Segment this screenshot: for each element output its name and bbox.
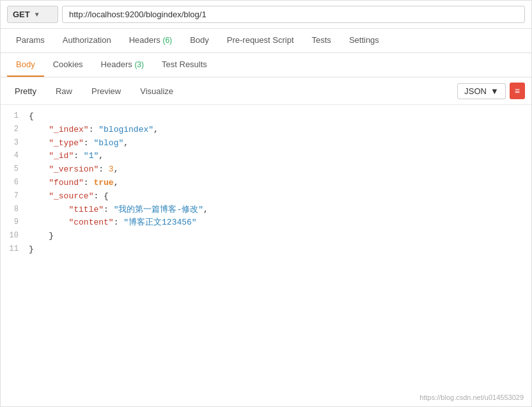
- wrap-icon: ≡: [515, 86, 520, 96]
- format-preview[interactable]: Preview: [84, 83, 129, 99]
- format-type-label: JSON: [464, 86, 487, 96]
- line-content: "_source": {: [29, 190, 109, 204]
- format-chevron: ▼: [490, 86, 499, 96]
- line-number: 7: [6, 190, 29, 202]
- code-line: 7 "_source": {: [1, 190, 531, 204]
- code-line: 9 "content": "博客正文123456": [1, 216, 531, 230]
- tab-headers-resp[interactable]: Headers (3): [92, 53, 153, 77]
- code-line: 11}: [1, 243, 531, 257]
- line-content: "_id": "1",: [29, 150, 104, 163]
- line-content: "_type": "blog",: [29, 137, 129, 150]
- code-line: 6 "found": true,: [1, 177, 531, 190]
- tab-body-resp[interactable]: Body: [7, 53, 44, 77]
- code-body: 1{2 "_index": "blogindex",3 "_type": "bl…: [1, 105, 531, 406]
- resp-headers-badge: (3): [134, 60, 144, 69]
- line-number: 5: [6, 163, 29, 175]
- code-line: 10 }: [1, 230, 531, 243]
- line-content: {: [29, 110, 34, 124]
- request-tabs: Params Authorization Headers (6) Body Pr…: [1, 29, 531, 53]
- tab-pre-request[interactable]: Pre-request Script: [218, 29, 303, 52]
- tab-headers[interactable]: Headers (6): [120, 29, 181, 52]
- line-content: "_index": "blogindex",: [29, 124, 159, 137]
- line-content: "_version": 3,: [29, 163, 118, 177]
- line-content: "title": "我的第一篇博客-修改",: [29, 204, 208, 217]
- line-number: 11: [6, 243, 29, 255]
- url-input[interactable]: [62, 6, 525, 23]
- format-type-select[interactable]: JSON ▼: [457, 83, 506, 99]
- response-tabs: Body Cookies Headers (3) Test Results: [1, 53, 531, 77]
- code-line: 4 "_id": "1",: [1, 150, 531, 163]
- code-line: 3 "_type": "blog",: [1, 137, 531, 150]
- headers-badge: (6): [162, 36, 172, 45]
- method-select[interactable]: GET ▼: [7, 6, 58, 23]
- app-container: GET ▼ Params Authorization Headers (6) B…: [0, 0, 532, 407]
- code-line: 8 "title": "我的第一篇博客-修改",: [1, 204, 531, 217]
- line-number: 6: [6, 177, 29, 189]
- line-number: 2: [6, 124, 29, 136]
- tab-settings[interactable]: Settings: [340, 29, 388, 52]
- tab-params[interactable]: Params: [7, 29, 54, 52]
- method-label: GET: [13, 10, 30, 19]
- wrap-button[interactable]: ≡: [510, 83, 525, 99]
- line-number: 8: [6, 204, 29, 216]
- line-content: "found": true,: [29, 177, 118, 190]
- format-raw[interactable]: Raw: [48, 83, 80, 99]
- response-section: Body Cookies Headers (3) Test Results Pr…: [1, 53, 531, 406]
- line-number: 1: [6, 110, 29, 122]
- tab-body-req[interactable]: Body: [181, 29, 218, 52]
- line-number: 10: [6, 230, 29, 242]
- code-line: 1{: [1, 110, 531, 124]
- line-content: }: [29, 243, 34, 257]
- tab-test-results[interactable]: Test Results: [153, 53, 216, 77]
- tab-cookies[interactable]: Cookies: [44, 53, 92, 77]
- format-toolbar: Pretty Raw Preview Visualize JSON ▼ ≡: [1, 77, 531, 105]
- format-visualize[interactable]: Visualize: [132, 83, 181, 99]
- line-number: 4: [6, 150, 29, 162]
- tab-tests[interactable]: Tests: [303, 29, 340, 52]
- url-bar: GET ▼: [1, 1, 531, 29]
- line-number: 3: [6, 137, 29, 149]
- watermark: https://blog.csdn.net/u014553029: [419, 394, 524, 401]
- line-number: 9: [6, 216, 29, 228]
- code-line: 2 "_index": "blogindex",: [1, 124, 531, 137]
- line-content: }: [29, 230, 54, 243]
- line-content: "content": "博客正文123456": [29, 216, 197, 230]
- tab-authorization[interactable]: Authorization: [54, 29, 120, 52]
- method-chevron: ▼: [34, 11, 40, 18]
- format-pretty[interactable]: Pretty: [7, 83, 44, 99]
- code-line: 5 "_version": 3,: [1, 163, 531, 177]
